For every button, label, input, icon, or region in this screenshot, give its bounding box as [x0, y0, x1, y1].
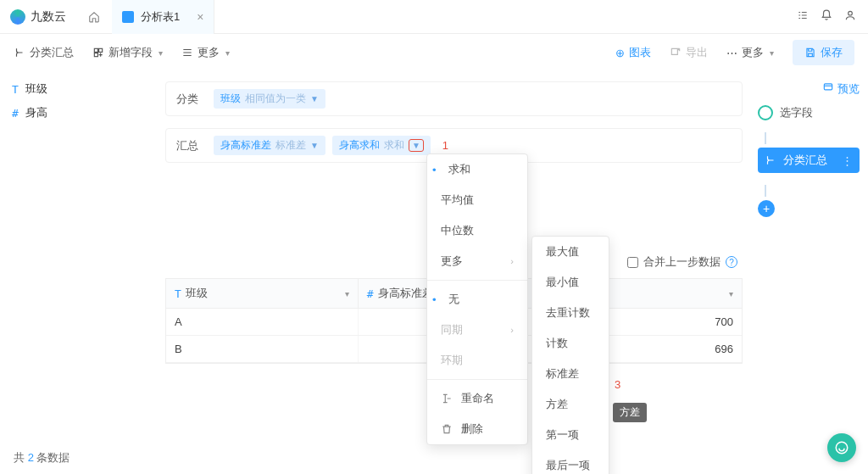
summary-chip-std[interactable]: 身高标准差 标准差 ▼ — [214, 136, 326, 155]
annotation-1: 1 — [442, 139, 448, 152]
chevron-right-icon: › — [510, 256, 514, 266]
list-icon[interactable] — [797, 9, 809, 25]
menu-median[interactable]: 中位数 — [427, 215, 527, 246]
field-class[interactable]: T 班级 — [12, 81, 153, 97]
menu-std[interactable]: 标准差 — [532, 359, 609, 389]
merge-checkbox[interactable] — [627, 257, 638, 268]
menu-count[interactable]: 计数 — [532, 328, 609, 359]
menu-delete[interactable]: 删除 — [427, 414, 527, 444]
field-list: T 班级 # 身高 — [0, 71, 165, 474]
menu-max[interactable]: 最大值 — [532, 237, 609, 267]
svg-rect-2 — [99, 48, 103, 52]
svg-point-0 — [849, 11, 853, 15]
flow-step-select[interactable]: 选字段 — [758, 105, 860, 120]
brand-text: 九数云 — [31, 9, 66, 25]
col-class[interactable]: T 班级 ▾ — [166, 279, 359, 308]
menu-sum[interactable]: 求和 — [427, 154, 527, 185]
svg-point-5 — [836, 442, 848, 454]
brand-logo: 九数云 — [0, 9, 76, 25]
number-type-icon: # — [12, 107, 19, 120]
flow-connector — [765, 132, 766, 144]
worksheet-icon — [122, 11, 134, 23]
text-type-icon: T — [175, 287, 181, 300]
group-summary-button[interactable]: 分类汇总 — [14, 45, 74, 60]
bell-icon[interactable] — [821, 9, 832, 25]
flow-panel: 预览 选字段 分类汇总 ⋮ + — [749, 71, 868, 474]
chevron-down-icon[interactable]: ▼ — [409, 139, 424, 152]
more-button[interactable]: 更多 — [181, 45, 230, 60]
panel-label: 汇总 — [176, 138, 214, 153]
kebab-icon[interactable]: ⋮ — [842, 154, 853, 167]
category-panel: 分类 班级 相同值为一类 ▼ — [165, 81, 743, 116]
app-header: 九数云 分析表1 × — [0, 0, 868, 34]
menu-min[interactable]: 最小值 — [532, 267, 609, 298]
svg-rect-4 — [824, 84, 832, 90]
toolbar: 分类汇总 新增字段 更多 ⊕ 图表 导出 ⋯ 更多 保存 — [0, 34, 868, 71]
chevron-down-icon[interactable]: ▼ — [310, 94, 319, 103]
flow-step-group[interactable]: 分类汇总 ⋮ — [758, 148, 860, 173]
menu-more[interactable]: 更多› — [427, 246, 527, 276]
menu-first[interactable]: 第一项 — [532, 420, 609, 450]
menu-avg[interactable]: 平均值 — [427, 185, 527, 215]
summary-chip-sum[interactable]: 身高求和 求和 ▼ — [332, 136, 431, 155]
user-icon[interactable] — [844, 9, 856, 25]
header-actions — [785, 9, 868, 25]
chevron-right-icon: › — [510, 325, 514, 335]
field-height[interactable]: # 身高 — [12, 105, 153, 120]
menu-last[interactable]: 最后一项 — [532, 450, 609, 474]
row-count: 共 2 条数据 — [14, 450, 70, 466]
svg-rect-1 — [94, 48, 97, 52]
add-field-button[interactable]: 新增字段 — [92, 45, 163, 60]
menu-rename[interactable]: 重命名 — [427, 383, 527, 414]
ellipsis-icon: ⋯ — [726, 47, 737, 59]
menu-mom[interactable]: 环期 — [427, 345, 527, 376]
chevron-down-icon[interactable]: ▾ — [729, 289, 733, 298]
step-dot-icon — [758, 105, 773, 120]
plus-icon: ⊕ — [615, 47, 625, 59]
chevron-down-icon[interactable]: ▼ — [310, 141, 319, 150]
close-icon[interactable]: × — [197, 10, 203, 24]
menu-yoy[interactable]: 同期› — [427, 315, 527, 345]
chevron-down-icon[interactable]: ▾ — [345, 289, 349, 298]
text-type-icon: T — [12, 83, 19, 96]
export-button[interactable]: 导出 — [670, 45, 708, 60]
save-button[interactable]: 保存 — [793, 40, 854, 65]
number-type-icon: # — [367, 287, 374, 300]
tab-title: 分析表1 — [141, 9, 180, 25]
tooltip: 方差 — [613, 403, 647, 422]
category-chip[interactable]: 班级 相同值为一类 ▼ — [214, 89, 326, 109]
home-button[interactable] — [76, 0, 112, 34]
add-step-button[interactable]: + — [758, 200, 775, 217]
workbook-tab[interactable]: 分析表1 × — [112, 0, 214, 34]
menu-none[interactable]: 无 — [427, 284, 527, 315]
chart-button[interactable]: ⊕ 图表 — [615, 45, 651, 60]
panel-label: 分类 — [176, 92, 214, 107]
svg-rect-3 — [94, 53, 97, 57]
support-button[interactable] — [827, 433, 856, 462]
agg-submenu: 最大值 最小值 去重计数 计数 标准差 方差 第一项 最后一项 — [531, 236, 609, 474]
logo-icon — [10, 9, 25, 25]
annotation-3: 3 — [615, 378, 620, 391]
flow-connector — [765, 185, 766, 197]
more2-button[interactable]: ⋯ 更多 — [726, 45, 774, 60]
menu-dedup[interactable]: 去重计数 — [532, 298, 609, 328]
preview-link[interactable]: 预览 — [758, 81, 860, 97]
agg-menu: 求和 平均值 中位数 更多› 无 同期› 环期 重命名 删除 — [426, 153, 528, 445]
help-icon[interactable]: ? — [726, 256, 737, 268]
menu-var[interactable]: 方差 — [532, 389, 609, 420]
